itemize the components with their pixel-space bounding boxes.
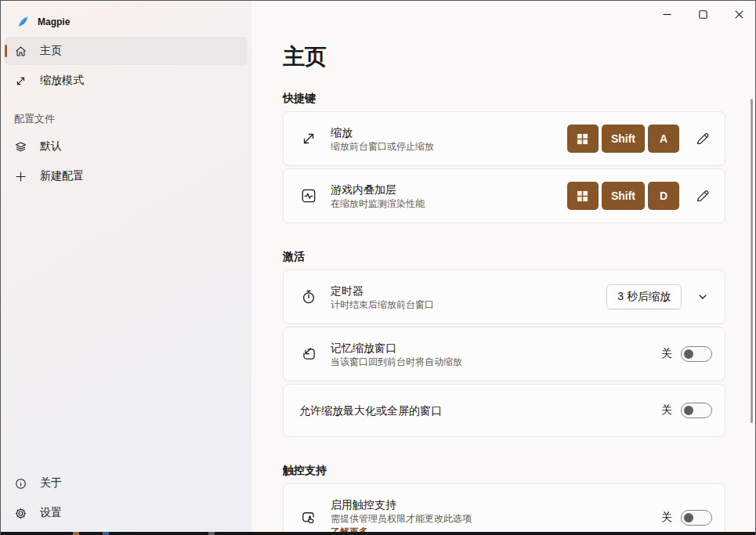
taskbar-icon	[208, 532, 215, 535]
toggle-state-label: 关	[661, 511, 672, 525]
card-text: 允许缩放最大化或全屏的窗口	[299, 393, 661, 428]
resize-diagonal-icon	[14, 74, 27, 88]
toggle-state-label: 关	[661, 347, 672, 361]
card-allow-maximized: 允许缩放最大化或全屏的窗口 关	[283, 384, 725, 437]
layers-icon	[14, 140, 27, 154]
sidebar-item-default-profile[interactable]: 默认	[5, 132, 248, 161]
shortcut-key: A	[648, 125, 679, 153]
sidebar-item-settings[interactable]: 设置	[5, 499, 248, 527]
card-text: 定时器 计时结束后缩放前台窗口	[331, 273, 606, 321]
maximize-button[interactable]	[685, 1, 721, 28]
taskbar-strip	[1, 532, 755, 535]
section-header-touch: 触控支持	[283, 462, 725, 478]
edit-shortcut-button[interactable]	[693, 129, 712, 148]
edit-shortcut-button[interactable]	[693, 186, 712, 205]
minimize-button[interactable]	[649, 1, 685, 28]
toggle-knob	[684, 349, 693, 359]
card-title: 缩放	[331, 125, 567, 140]
sidebar-item-label: 新建配置	[40, 169, 84, 183]
window-caption-controls	[649, 1, 756, 28]
card-title: 启用触控支持	[331, 497, 661, 512]
card-subtitle: 在缩放时监测渲染性能	[331, 197, 567, 211]
card-text: 游戏内叠加层 在缩放时监测渲染性能	[331, 172, 567, 220]
sidebar-item-scaling-modes[interactable]: 缩放模式	[5, 67, 248, 95]
sidebar-item-home[interactable]: 主页	[5, 37, 248, 65]
sidebar-nav: 主页 缩放模式 配置文件	[1, 37, 251, 190]
toggle-knob	[684, 406, 693, 415]
card-remember-window: 记忆缩放窗口 当该窗口回到前台时将自动缩放 关	[283, 327, 725, 381]
shortcut-keys: Shift A	[567, 125, 679, 153]
info-icon	[14, 477, 27, 490]
sidebar: Magpie 主页	[1, 1, 251, 535]
card-text: 记忆缩放窗口 当该窗口回到前台时将自动缩放	[331, 331, 661, 378]
card-overlay-shortcut: 游戏内叠加层 在缩放时监测渲染性能 Shift D	[283, 168, 725, 223]
remember-window-toggle[interactable]	[681, 346, 712, 362]
card-subtitle: 当该窗口回到前台时将自动缩放	[331, 356, 661, 369]
windows-logo-key	[567, 182, 599, 210]
section-header-activation: 激活	[283, 248, 725, 264]
sidebar-item-label: 设置	[40, 506, 62, 520]
plus-icon	[14, 170, 27, 183]
sidebar-item-label: 缩放模式	[40, 74, 84, 88]
toggle-group: 关	[661, 510, 712, 526]
touch-support-toggle[interactable]	[681, 510, 712, 526]
windows-logo-key	[567, 125, 599, 153]
page-content: 主页 快捷键 缩放 缩放前台窗口或停止缩放 Shift	[251, 1, 756, 535]
card-zoom-shortcut: 缩放 缩放前台窗口或停止缩放 Shift A	[283, 111, 725, 166]
touch-icon	[299, 508, 318, 527]
toggle-group: 关	[661, 346, 712, 362]
toggle-state-label: 关	[661, 403, 672, 418]
magpie-window: Magpie 主页	[0, 0, 756, 535]
page-title: 主页	[283, 44, 725, 70]
close-button[interactable]	[721, 1, 756, 28]
main-area: 主页 快捷键 缩放 缩放前台窗口或停止缩放 Shift	[251, 1, 756, 535]
allow-maximized-toggle[interactable]	[681, 403, 712, 418]
card-title: 记忆缩放窗口	[331, 340, 661, 356]
card-text: 启用触控支持 需提供管理员权限才能更改此选项 了解更多	[331, 487, 661, 535]
sidebar-item-new-profile[interactable]: 新建配置	[5, 162, 248, 190]
card-text: 缩放 缩放前台窗口或停止缩放	[331, 115, 567, 163]
card-subtitle: 缩放前台窗口或停止缩放	[331, 140, 567, 154]
vertical-scrollbar[interactable]	[751, 99, 753, 423]
chevron-down-icon[interactable]	[693, 287, 712, 306]
sidebar-item-label: 关于	[40, 476, 62, 490]
home-icon	[14, 45, 27, 58]
shortcut-key: Shift	[602, 125, 645, 153]
card-timer: 定时器 计时结束后缩放前台窗口 3 秒后缩放	[283, 269, 725, 324]
card-subtitle: 计时结束后缩放前台窗口	[331, 298, 606, 312]
resize-diagonal-icon	[299, 129, 318, 148]
app-title-row: Magpie	[1, 1, 251, 29]
card-title: 游戏内叠加层	[331, 182, 567, 197]
shortcut-key: Shift	[602, 182, 645, 210]
timer-dropdown-group: 3 秒后缩放	[606, 284, 712, 309]
taskbar-icon	[73, 532, 79, 535]
taskbar-icon	[103, 532, 109, 535]
shortcut-key: D	[648, 182, 679, 210]
sidebar-item-label: 默认	[40, 139, 62, 154]
card-title: 允许缩放最大化或全屏的窗口	[299, 403, 661, 418]
card-touch-support: 启用触控支持 需提供管理员权限才能更改此选项 了解更多 关	[283, 483, 725, 535]
shortcut-keys: Shift D	[567, 182, 679, 210]
section-header-shortcuts: 快捷键	[283, 90, 725, 106]
timer-delay-dropdown[interactable]: 3 秒后缩放	[606, 284, 682, 309]
timer-icon	[299, 287, 318, 306]
gear-icon	[14, 507, 27, 520]
toggle-group: 关	[661, 403, 712, 418]
sidebar-item-about[interactable]: 关于	[5, 469, 248, 497]
window-restore-arrow-icon	[299, 345, 318, 363]
profiles-section-label: 配置文件	[1, 96, 251, 131]
magpie-logo-icon	[16, 15, 30, 28]
card-title: 定时器	[331, 283, 606, 298]
card-subtitle: 需提供管理员权限才能更改此选项	[331, 512, 661, 526]
sidebar-footer: 关于 设置	[1, 468, 251, 529]
toggle-knob	[684, 513, 693, 522]
app-title: Magpie	[38, 16, 70, 27]
performance-overlay-icon	[299, 186, 318, 205]
sidebar-item-label: 主页	[40, 44, 62, 58]
